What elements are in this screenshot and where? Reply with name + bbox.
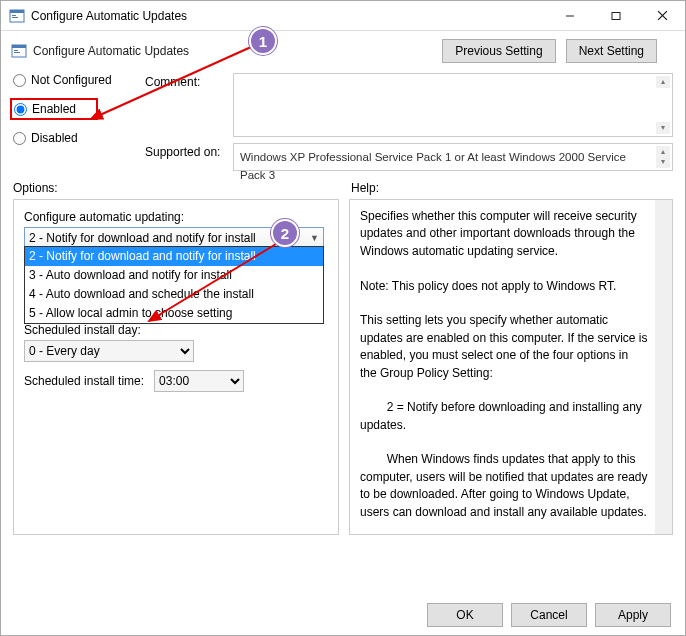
svg-rect-11 (14, 52, 20, 53)
help-text: This setting lets you specify whether au… (360, 312, 648, 382)
radio-enabled-label: Enabled (32, 102, 76, 116)
options-panel: Configure automatic updating: 2 - Notify… (13, 199, 339, 535)
comment-label: Comment: (145, 73, 223, 89)
close-button[interactable] (639, 1, 685, 31)
radio-disabled-input[interactable] (13, 132, 26, 145)
radio-disabled[interactable]: Disabled (13, 131, 133, 145)
radio-enabled-input[interactable] (14, 103, 27, 116)
svg-rect-2 (12, 15, 16, 16)
help-text: Note: This policy does not apply to Wind… (360, 278, 648, 295)
help-panel: Specifies whether this computer will rec… (349, 199, 673, 535)
minimize-button[interactable] (547, 1, 593, 31)
radio-disabled-label: Disabled (31, 131, 78, 145)
radio-not-configured-input[interactable] (13, 74, 26, 87)
radio-not-configured-label: Not Configured (31, 73, 112, 87)
scroll-down-icon[interactable]: ▾ (656, 122, 670, 134)
help-section-label: Help: (351, 181, 379, 195)
supported-on-text: Windows XP Professional Service Pack 1 o… (233, 143, 673, 171)
annotation-badge-2: 2 (271, 219, 299, 247)
dropdown-item[interactable]: 5 - Allow local admin to choose setting (25, 304, 323, 323)
next-setting-button[interactable]: Next Setting (566, 39, 657, 63)
svg-rect-3 (12, 17, 18, 18)
enabled-highlight: Enabled (10, 98, 98, 120)
scheduled-time-select[interactable]: 03:00 (154, 370, 244, 392)
previous-setting-button[interactable]: Previous Setting (442, 39, 555, 63)
supported-on-label: Supported on: (145, 143, 223, 159)
comment-textarea[interactable]: ▴ ▾ (233, 73, 673, 137)
svg-rect-1 (10, 10, 24, 13)
state-radio-group: Not Configured Enabled Disabled (13, 73, 133, 171)
radio-enabled[interactable]: Enabled (14, 102, 76, 116)
cancel-button[interactable]: Cancel (511, 603, 587, 627)
svg-rect-5 (612, 12, 620, 19)
scheduled-day-label: Scheduled install day: (24, 323, 328, 337)
svg-rect-9 (12, 45, 26, 48)
scrollbar[interactable] (655, 200, 672, 534)
dropdown-item[interactable]: 2 - Notify for download and notify for i… (25, 247, 323, 266)
radio-not-configured[interactable]: Not Configured (13, 73, 133, 87)
configure-updating-dropdown[interactable]: 2 - Notify for download and notify for i… (24, 246, 324, 324)
configure-updating-value: 2 - Notify for download and notify for i… (29, 231, 256, 245)
help-text: Specifies whether this computer will rec… (360, 208, 648, 260)
title-bar: Configure Automatic Updates (1, 1, 685, 31)
svg-rect-10 (14, 50, 18, 51)
dropdown-item[interactable]: 4 - Auto download and schedule the insta… (25, 285, 323, 304)
dialog-footer: OK Cancel Apply (427, 603, 671, 627)
apply-button[interactable]: Apply (595, 603, 671, 627)
window-title: Configure Automatic Updates (31, 9, 547, 23)
scroll-down-icon[interactable]: ▾ (656, 156, 670, 168)
maximize-button[interactable] (593, 1, 639, 31)
options-section-label: Options: (13, 181, 351, 195)
help-text: 2 = Notify before downloading and instal… (360, 399, 648, 434)
policy-window-icon (9, 8, 25, 24)
scheduled-time-label: Scheduled install time: (24, 374, 144, 388)
chevron-down-icon: ▼ (310, 233, 319, 243)
scroll-up-icon[interactable]: ▴ (656, 76, 670, 88)
ok-button[interactable]: OK (427, 603, 503, 627)
policy-title: Configure Automatic Updates (33, 44, 442, 58)
annotation-badge-1: 1 (249, 27, 277, 55)
policy-icon (11, 43, 27, 59)
policy-header: Configure Automatic Updates Previous Set… (1, 31, 685, 63)
help-text: When Windows finds updates that apply to… (360, 451, 648, 521)
scheduled-day-select[interactable]: 0 - Every day (24, 340, 194, 362)
dropdown-item[interactable]: 3 - Auto download and notify for install (25, 266, 323, 285)
